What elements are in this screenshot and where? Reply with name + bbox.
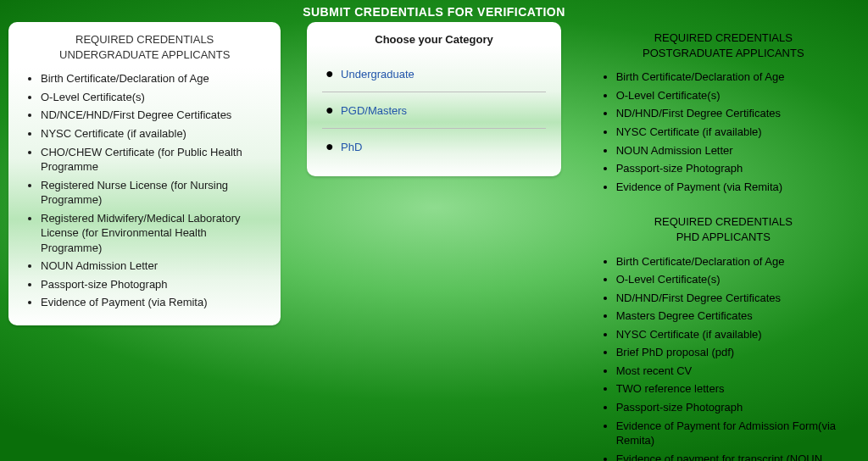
category-item: ● PhD — [322, 129, 546, 164]
list-item: Registered Nurse License (for Nursing Pr… — [41, 178, 265, 208]
undergrad-heading: REQUIRED CREDENTIALS UNDERGRADUATE APPLI… — [24, 32, 265, 63]
bullet-icon: ● — [326, 139, 334, 153]
list-item: ND/NCE/HND/First Degree Certificates — [41, 108, 265, 123]
list-item: CHO/CHEW Certificate (for Public Health … — [41, 145, 265, 175]
undergrad-list: Birth Certificate/Declaration of AgeO-Le… — [24, 71, 265, 310]
list-item: NYSC Certificate (if available) — [41, 126, 265, 142]
left-column: REQUIRED CREDENTIALS UNDERGRADUATE APPLI… — [0, 22, 289, 461]
list-item: Evidence of payment for transcript (NOUN… — [616, 452, 848, 461]
phd-heading-line1: REQUIRED CREDENTIALS — [654, 215, 793, 228]
columns-container: REQUIRED CREDENTIALS UNDERGRADUATE APPLI… — [0, 22, 868, 461]
bullet-icon: ● — [326, 66, 334, 81]
list-item: Evidence of Payment (via Remita) — [41, 295, 265, 310]
list-item: Registered Midwifery/Medical Laboratory … — [41, 211, 265, 256]
list-item: Masters Degree Certificates — [616, 308, 848, 324]
list-item: NYSC Certificate (if available) — [616, 327, 848, 342]
list-item: Passport-size Photograph — [616, 400, 848, 415]
list-item: Passport-size Photograph — [41, 277, 265, 292]
list-item: Birth Certificate/Declaration of Age — [616, 69, 848, 85]
phd-block: REQUIRED CREDENTIALS PHD APPLICANTS Birt… — [587, 206, 860, 461]
list-item: Evidence of Payment (via Remita) — [616, 180, 848, 195]
list-item: TWO reference letters — [616, 381, 848, 397]
category-link-undergraduate[interactable]: Undergraduate — [341, 68, 415, 81]
phd-heading-line2: PHD APPLICANTS — [676, 230, 771, 243]
list-item: NYSC Certificate (if available) — [616, 125, 848, 140]
category-item: ● PGD/Masters — [322, 92, 546, 129]
list-item: Most recent CV — [616, 364, 848, 379]
postgrad-heading-line2: POSTGRADUATE APPLICANTS — [643, 47, 804, 59]
page-title: SUBMIT CREDENTIALS FOR VERIFICATION — [0, 0, 868, 22]
right-column: REQUIRED CREDENTIALS POSTGRADUATE APPLIC… — [579, 22, 868, 461]
list-item: NOUN Admission Letter — [41, 258, 265, 274]
category-heading: Choose your Category — [322, 32, 546, 47]
category-list: ● Undergraduate● PGD/Masters● PhD — [322, 56, 546, 164]
center-column: Choose your Category ● Undergraduate● PG… — [289, 22, 578, 461]
bullet-icon: ● — [326, 103, 334, 117]
list-item: Brief PhD proposal (pdf) — [616, 345, 848, 360]
list-item: Evidence of Payment for Admission Form(v… — [616, 419, 848, 448]
postgrad-heading-line1: REQUIRED CREDENTIALS — [654, 31, 793, 44]
postgrad-heading: REQUIRED CREDENTIALS POSTGRADUATE APPLIC… — [599, 31, 848, 61]
phd-list: Birth Certificate/Declaration of AgeO-Le… — [599, 254, 848, 461]
category-item: ● Undergraduate — [322, 56, 546, 92]
list-item: Birth Certificate/Declaration of Age — [41, 71, 265, 86]
list-item: ND/HND/First Degree Certificates — [616, 291, 848, 306]
list-item: O-Level Certificate(s) — [616, 272, 848, 287]
list-item: NOUN Admission Letter — [616, 143, 848, 158]
list-item: ND/HND/First Degree Certificates — [616, 106, 848, 121]
list-item: Passport-size Photograph — [616, 161, 848, 176]
category-card: Choose your Category ● Undergraduate● PG… — [307, 22, 561, 176]
postgraduate-block: REQUIRED CREDENTIALS POSTGRADUATE APPLIC… — [587, 22, 860, 194]
phd-heading: REQUIRED CREDENTIALS PHD APPLICANTS — [599, 214, 848, 245]
category-link-phd[interactable]: PhD — [341, 141, 362, 153]
list-item: O-Level Certificate(s) — [41, 90, 265, 105]
undergrad-heading-line1: REQUIRED CREDENTIALS — [75, 33, 214, 46]
undergrad-heading-line2: UNDERGRADUATE APPLICANTS — [59, 48, 230, 61]
undergraduate-card: REQUIRED CREDENTIALS UNDERGRADUATE APPLI… — [8, 22, 281, 325]
list-item: O-Level Certificate(s) — [616, 88, 848, 103]
category-link-pgd-masters[interactable]: PGD/Masters — [341, 104, 407, 117]
postgrad-list: Birth Certificate/Declaration of AgeO-Le… — [599, 69, 848, 194]
list-item: Birth Certificate/Declaration of Age — [616, 254, 848, 269]
